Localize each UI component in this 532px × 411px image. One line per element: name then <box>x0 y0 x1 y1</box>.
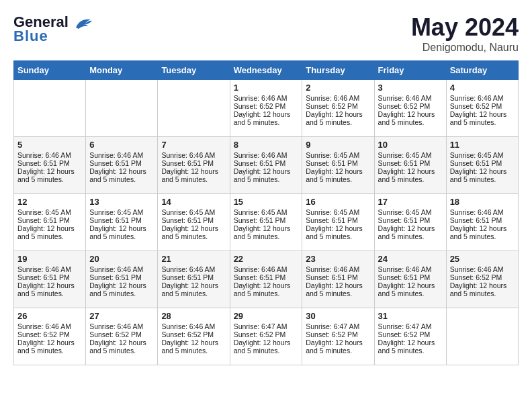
cell-info-line: Daylight: 12 hours <box>234 338 299 347</box>
cell-info-line: Sunrise: 6:45 AM <box>450 151 515 159</box>
cell-info-line: Daylight: 12 hours <box>378 167 443 175</box>
calendar-cell: 15Sunrise: 6:45 AMSunset: 6:51 PMDayligh… <box>230 194 302 251</box>
cell-info-line: and 5 minutes. <box>234 118 299 126</box>
cell-info-line: Sunrise: 6:46 AM <box>89 151 154 159</box>
cell-info-line: Daylight: 12 hours <box>378 110 443 118</box>
day-number: 21 <box>161 254 226 264</box>
cell-info-line: Daylight: 12 hours <box>378 281 443 289</box>
logo: General Blue <box>13 13 93 45</box>
calendar-cell: 9Sunrise: 6:45 AMSunset: 6:51 PMDaylight… <box>302 137 374 194</box>
cell-info-line: Sunset: 6:52 PM <box>234 330 299 338</box>
calendar-cell: 16Sunrise: 6:45 AMSunset: 6:51 PMDayligh… <box>302 194 374 251</box>
calendar-cell: 30Sunrise: 6:47 AMSunset: 6:52 PMDayligh… <box>302 308 374 365</box>
cell-info-line: and 5 minutes. <box>450 289 515 298</box>
day-number: 4 <box>450 83 515 93</box>
cell-info-line: Sunrise: 6:45 AM <box>378 208 443 216</box>
cell-info-line: Daylight: 12 hours <box>378 224 443 232</box>
calendar-cell <box>446 308 518 365</box>
cell-info-line: Daylight: 12 hours <box>89 224 154 232</box>
cell-info-line: and 5 minutes. <box>378 232 443 240</box>
calendar-week-5: 26Sunrise: 6:46 AMSunset: 6:52 PMDayligh… <box>14 308 519 365</box>
cell-info-line: Sunset: 6:51 PM <box>378 273 443 281</box>
cell-info-line: and 5 minutes. <box>89 289 154 298</box>
weekday-header-friday: Friday <box>374 61 446 80</box>
cell-info-line: Sunrise: 6:46 AM <box>161 151 226 159</box>
cell-info-line: and 5 minutes. <box>306 347 370 355</box>
cell-info-line: Sunrise: 6:46 AM <box>234 265 299 273</box>
weekday-header-monday: Monday <box>86 61 158 80</box>
cell-info-line: and 5 minutes. <box>89 175 154 183</box>
cell-info-line: Sunrise: 6:46 AM <box>378 265 443 273</box>
cell-info-line: and 5 minutes. <box>17 175 82 183</box>
cell-info-line: Daylight: 12 hours <box>17 167 82 175</box>
calendar-cell <box>86 80 158 137</box>
calendar-cell: 4Sunrise: 6:46 AMSunset: 6:52 PMDaylight… <box>446 80 518 137</box>
cell-info-line: and 5 minutes. <box>450 118 515 126</box>
cell-info-line: Sunset: 6:51 PM <box>306 273 370 281</box>
cell-info-line: Sunset: 6:52 PM <box>89 330 154 338</box>
cell-info-line: Sunset: 6:52 PM <box>306 330 370 338</box>
weekday-header-tuesday: Tuesday <box>158 61 230 80</box>
cell-info-line: and 5 minutes. <box>306 175 370 183</box>
cell-info-line: Sunset: 6:51 PM <box>450 216 515 224</box>
cell-info-line: and 5 minutes. <box>450 175 515 183</box>
calendar-cell: 2Sunrise: 6:46 AMSunset: 6:52 PMDaylight… <box>302 80 374 137</box>
cell-info-line: Sunrise: 6:46 AM <box>17 322 82 330</box>
cell-info-line: Sunset: 6:52 PM <box>306 102 370 110</box>
cell-info-line: Sunset: 6:51 PM <box>234 159 299 167</box>
title-block: May 2024 Denigomodu, Nauru <box>411 13 519 54</box>
cell-info-line: and 5 minutes. <box>378 347 443 355</box>
day-number: 31 <box>378 311 443 321</box>
cell-info-line: Sunrise: 6:46 AM <box>161 265 226 273</box>
cell-info-line: Sunset: 6:52 PM <box>450 102 515 110</box>
cell-info-line: Sunset: 6:51 PM <box>17 273 82 281</box>
calendar-cell: 10Sunrise: 6:45 AMSunset: 6:51 PMDayligh… <box>374 137 446 194</box>
cell-info-line: Daylight: 12 hours <box>234 167 299 175</box>
day-number: 2 <box>306 83 370 93</box>
cell-info-line: Daylight: 12 hours <box>17 224 82 232</box>
month-title: May 2024 <box>411 13 519 42</box>
calendar-cell: 25Sunrise: 6:46 AMSunset: 6:52 PMDayligh… <box>446 251 518 308</box>
cell-info-line: Daylight: 12 hours <box>89 281 154 289</box>
cell-info-line: Daylight: 12 hours <box>17 338 82 347</box>
cell-info-line: Sunrise: 6:46 AM <box>450 208 515 216</box>
calendar-table: SundayMondayTuesdayWednesdayThursdayFrid… <box>13 60 519 365</box>
calendar-cell: 8Sunrise: 6:46 AMSunset: 6:51 PMDaylight… <box>230 137 302 194</box>
cell-info-line: and 5 minutes. <box>17 289 82 298</box>
cell-info-line: Sunrise: 6:46 AM <box>306 94 370 102</box>
cell-info-line: and 5 minutes. <box>17 347 82 355</box>
cell-info-line: Sunset: 6:51 PM <box>17 216 82 224</box>
cell-info-line: Daylight: 12 hours <box>306 281 370 289</box>
cell-info-line: Daylight: 12 hours <box>17 281 82 289</box>
calendar-cell: 7Sunrise: 6:46 AMSunset: 6:51 PMDaylight… <box>158 137 230 194</box>
day-number: 5 <box>17 140 82 150</box>
cell-info-line: and 5 minutes. <box>161 232 226 240</box>
calendar-cell: 11Sunrise: 6:45 AMSunset: 6:51 PMDayligh… <box>446 137 518 194</box>
day-number: 27 <box>89 311 154 321</box>
cell-info-line: Daylight: 12 hours <box>306 338 370 347</box>
cell-info-line: and 5 minutes. <box>234 289 299 298</box>
cell-info-line: and 5 minutes. <box>234 232 299 240</box>
day-number: 11 <box>450 140 515 150</box>
calendar-cell: 27Sunrise: 6:46 AMSunset: 6:52 PMDayligh… <box>86 308 158 365</box>
cell-info-line: Sunset: 6:51 PM <box>306 216 370 224</box>
day-number: 9 <box>306 140 370 150</box>
calendar-week-1: 1Sunrise: 6:46 AMSunset: 6:52 PMDaylight… <box>14 80 519 137</box>
day-number: 19 <box>17 254 82 264</box>
calendar-week-2: 5Sunrise: 6:46 AMSunset: 6:51 PMDaylight… <box>14 137 519 194</box>
weekday-header-thursday: Thursday <box>302 61 374 80</box>
calendar-week-3: 12Sunrise: 6:45 AMSunset: 6:51 PMDayligh… <box>14 194 519 251</box>
day-number: 1 <box>234 83 299 93</box>
weekday-header-saturday: Saturday <box>446 61 518 80</box>
calendar-cell <box>158 80 230 137</box>
cell-info-line: Sunrise: 6:46 AM <box>89 322 154 330</box>
cell-info-line: and 5 minutes. <box>89 347 154 355</box>
calendar-cell: 1Sunrise: 6:46 AMSunset: 6:52 PMDaylight… <box>230 80 302 137</box>
cell-info-line: Sunset: 6:52 PM <box>378 330 443 338</box>
cell-info-line: Daylight: 12 hours <box>234 224 299 232</box>
cell-info-line: Sunset: 6:52 PM <box>161 330 226 338</box>
calendar-cell: 31Sunrise: 6:47 AMSunset: 6:52 PMDayligh… <box>374 308 446 365</box>
cell-info-line: Sunset: 6:52 PM <box>450 273 515 281</box>
cell-info-line: Daylight: 12 hours <box>161 338 226 347</box>
day-number: 10 <box>378 140 443 150</box>
